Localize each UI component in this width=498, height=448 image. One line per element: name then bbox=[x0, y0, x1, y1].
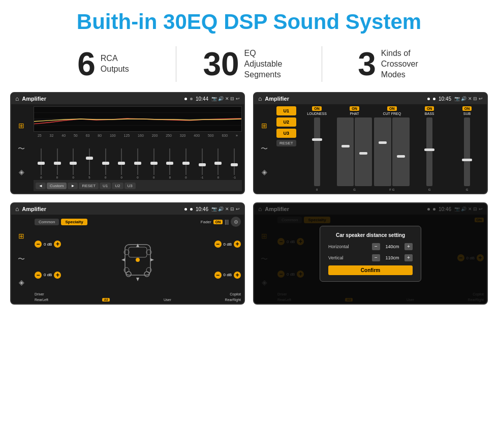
eq-slider-9[interactable]: 0 bbox=[163, 148, 178, 179]
bass-slider[interactable] bbox=[426, 117, 432, 186]
eq-status-icons: 📷 🔊 ✕ ⊟ ↩ bbox=[211, 96, 240, 101]
fader-plus-1[interactable]: + bbox=[54, 241, 61, 248]
cross-ch-cutfreq: ON CUT FREQ F G bbox=[374, 106, 410, 191]
fader-db-row-3: − 0 dB + bbox=[214, 241, 241, 248]
bass-on[interactable]: ON bbox=[425, 106, 434, 111]
eq-slider-12[interactable]: 0 bbox=[211, 148, 226, 179]
eq-u3-btn[interactable]: U3 bbox=[124, 183, 136, 189]
vertical-plus-btn[interactable]: + bbox=[404, 254, 413, 261]
eq-next-btn[interactable]: ► bbox=[68, 183, 78, 189]
loudness-slider[interactable] bbox=[314, 117, 320, 186]
fader-common-tab[interactable]: Common bbox=[35, 219, 59, 225]
cross-status-bar: ⌂ Amplifier 10:45 📷 🔊 ✕ ⊟ ↩ bbox=[254, 93, 487, 104]
eq-main-area: 25324050 6380100125 160200250320 4005006… bbox=[32, 104, 244, 193]
fader-plus-2[interactable]: + bbox=[54, 272, 61, 279]
home-icon[interactable]: ⌂ bbox=[15, 95, 19, 102]
phat-slider-2[interactable] bbox=[355, 117, 372, 186]
eq-prev-btn[interactable]: ◄ bbox=[36, 183, 46, 189]
cutfreq-slider-f[interactable] bbox=[374, 117, 391, 186]
sidebar-speaker-icon[interactable]: ◈ bbox=[19, 168, 24, 176]
cross-reset-btn[interactable]: RESET bbox=[276, 140, 296, 146]
cutfreq-slider-g[interactable] bbox=[392, 117, 410, 186]
fader-plus-3[interactable]: + bbox=[234, 241, 241, 248]
vertical-controls: − 110cm + bbox=[372, 254, 413, 261]
fader-label-rearleft[interactable]: RearLeft bbox=[35, 298, 48, 302]
eq-slider-5[interactable]: 0 bbox=[98, 148, 113, 179]
eq-slider-11[interactable]: -1 bbox=[195, 148, 210, 179]
eq-slider-4[interactable]: 5 bbox=[82, 148, 97, 179]
cross-u3-btn[interactable]: U3 bbox=[276, 129, 296, 138]
fader-home-icon[interactable]: ⌂ bbox=[15, 205, 19, 213]
fader-minus-3[interactable]: − bbox=[214, 241, 222, 248]
horizontal-plus-btn[interactable]: + bbox=[404, 243, 413, 250]
cross-u1-btn[interactable]: U1 bbox=[276, 106, 296, 115]
horizontal-minus-btn[interactable]: − bbox=[372, 243, 380, 250]
fader-plus-4[interactable]: + bbox=[234, 272, 241, 279]
eq-sliders: 0 0 0 bbox=[34, 139, 242, 180]
eq-status-bar: ⌂ Amplifier 10:44 📷 🔊 ✕ ⊟ ↩ bbox=[11, 93, 244, 104]
fader-minus-1[interactable]: − bbox=[35, 241, 42, 248]
stat-text-eq: EQ AdjustableSegments bbox=[244, 48, 295, 80]
fader-label-rearright[interactable]: RearRight bbox=[225, 298, 241, 302]
cutfreq-on[interactable]: ON bbox=[387, 106, 397, 111]
eq-slider-3[interactable]: 0 bbox=[66, 148, 81, 179]
eq-custom-btn[interactable]: Custom bbox=[47, 183, 67, 189]
eq-slider-2[interactable]: 0 bbox=[50, 148, 65, 179]
fader-status-icons: 📷 🔊 ✕ ⊟ ↩ bbox=[211, 206, 240, 212]
cross-sidebar-wave-icon[interactable]: 〜 bbox=[261, 144, 268, 154]
eq-slider-6[interactable]: 0 bbox=[114, 148, 129, 179]
phat-slider-1[interactable] bbox=[337, 117, 354, 186]
cross-home-icon[interactable]: ⌂ bbox=[258, 95, 262, 102]
stat-crossover: 3 Kinds ofCrossover Modes bbox=[322, 48, 468, 80]
sub-on[interactable]: ON bbox=[462, 106, 472, 111]
eq-slider-7[interactable]: 0 bbox=[130, 148, 145, 179]
fader-db-row-4: − 0 dB + bbox=[214, 272, 241, 279]
sub-slider[interactable] bbox=[464, 117, 470, 186]
fader-label-user[interactable]: User bbox=[164, 298, 171, 302]
confirm-button[interactable]: Confirm bbox=[328, 265, 413, 275]
expand-icon[interactable]: » bbox=[236, 134, 238, 137]
svg-marker-9 bbox=[136, 244, 139, 247]
fader-on-toggle[interactable]: ON bbox=[213, 220, 223, 224]
fader-db-val-3: 0 dB bbox=[224, 242, 232, 247]
eq-reset-btn[interactable]: RESET bbox=[79, 183, 99, 189]
eq-slider-8[interactable]: 0 bbox=[146, 148, 162, 179]
eq-slider-10[interactable]: 0 bbox=[178, 148, 194, 179]
eq-u1-btn[interactable]: U1 bbox=[100, 183, 111, 189]
fader-dot-1 bbox=[184, 208, 187, 211]
fader-top-bar: Common Specialty Fader ON ||| ⚙ bbox=[35, 217, 241, 227]
cross-sidebar-eq-icon[interactable]: ⊞ bbox=[261, 122, 267, 130]
fader-label: Fader bbox=[201, 220, 211, 224]
stat-number-eq: 30 bbox=[203, 48, 239, 80]
fader-dot-2 bbox=[190, 208, 193, 211]
phat-on[interactable]: ON bbox=[350, 106, 359, 111]
fader-minus-4[interactable]: − bbox=[214, 272, 222, 279]
sidebar-eq-icon[interactable]: ⊞ bbox=[18, 122, 24, 130]
fader-specialty-tab[interactable]: Specialty bbox=[61, 219, 87, 225]
cross-u2-btn[interactable]: U2 bbox=[276, 117, 296, 127]
fader-indicator: ||| bbox=[225, 219, 229, 225]
fader-settings-icon[interactable]: ⚙ bbox=[231, 217, 241, 227]
fader-db-val-2: 0 dB bbox=[44, 273, 52, 277]
fader-sidebar-speaker-icon[interactable]: ◈ bbox=[19, 278, 24, 286]
eq-slider-13[interactable]: -1 bbox=[227, 148, 242, 179]
cross-sidebar-speaker-icon[interactable]: ◈ bbox=[262, 168, 267, 176]
sidebar-wave-icon[interactable]: 〜 bbox=[18, 144, 25, 154]
eq-bottom-bar: ◄ Custom ► RESET U1 U2 U3 bbox=[34, 180, 242, 191]
eq-freq-labels: 25324050 6380100125 160200250320 4005006… bbox=[34, 134, 242, 137]
cross-ch-sub: ON SUB G bbox=[449, 106, 485, 191]
dialog-screen: ⌂ Amplifier 10:46 📷 🔊 ✕ ⊟ ↩ ⊞ 〜 ◈ Common… bbox=[253, 202, 488, 305]
loudness-on[interactable]: ON bbox=[312, 106, 322, 111]
horizontal-controls: − 140cm + bbox=[372, 243, 413, 250]
fader-sidebar-wave-icon[interactable]: 〜 bbox=[18, 255, 25, 264]
cross-dot-1 bbox=[427, 98, 430, 100]
fader-sidebar-eq-icon[interactable]: ⊞ bbox=[18, 232, 24, 240]
fader-minus-2[interactable]: − bbox=[35, 272, 42, 279]
eq-slider-1[interactable]: 0 bbox=[34, 148, 49, 179]
svg-marker-11 bbox=[121, 258, 125, 261]
fader-label-all[interactable]: All bbox=[102, 298, 110, 302]
eq-u2-btn[interactable]: U2 bbox=[112, 183, 123, 189]
fader-body: − 0 dB + − 0 dB + bbox=[35, 229, 241, 290]
vertical-minus-btn[interactable]: − bbox=[372, 254, 380, 261]
stat-eq: 30 EQ AdjustableSegments bbox=[176, 48, 322, 80]
